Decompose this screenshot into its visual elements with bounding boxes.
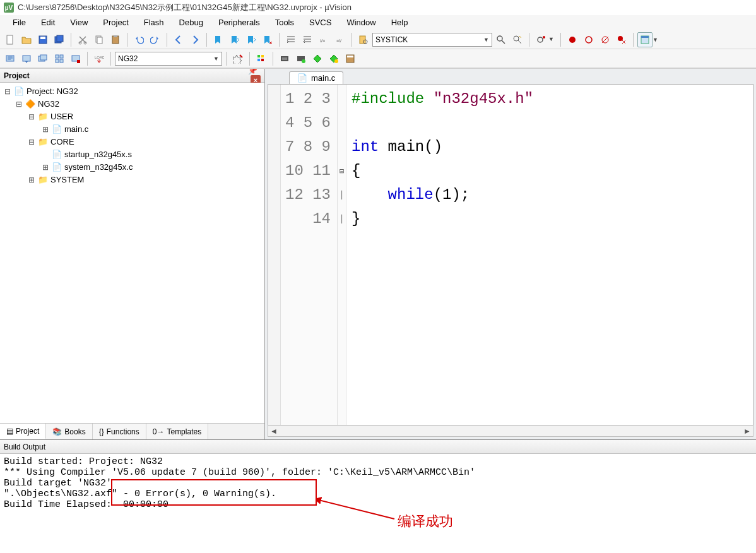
bookmark-next-button[interactable] <box>244 32 259 47</box>
dropdown-icon[interactable]: ▼ <box>653 37 658 43</box>
fold-column[interactable]: ⊟ │ │ <box>338 85 346 425</box>
menu-bar: File Edit View Project Flash Debug Perip… <box>0 15 756 30</box>
code-content[interactable]: #include "n32g45x.h" int main() { while(… <box>346 85 753 425</box>
find-in-files-button[interactable] <box>356 32 371 47</box>
editor-tab-mainc[interactable]: 📄 main.c <box>289 71 343 84</box>
window-layout-button[interactable] <box>637 32 653 47</box>
nav-back-button[interactable] <box>171 32 186 47</box>
tree-root[interactable]: ⊟ 📄 Project: NG32 <box>1 85 264 98</box>
tree-target[interactable]: ⊟ 🔶 NG32 <box>1 98 264 110</box>
collapse-icon[interactable]: ⊟ <box>28 136 35 148</box>
expand-icon[interactable]: ⊞ <box>28 174 35 186</box>
tree-group-user[interactable]: ⊟ 📁 USER <box>1 110 264 123</box>
tree-file[interactable]: ⊞ 📄 main.c <box>1 123 264 136</box>
translate-button[interactable] <box>3 51 18 66</box>
paste-button[interactable] <box>108 32 123 47</box>
find-button[interactable] <box>493 32 509 47</box>
open-file-button[interactable] <box>19 32 34 47</box>
editor-horizontal-scrollbar[interactable]: ◄ ► <box>268 425 753 437</box>
breakpoint-disable-button[interactable] <box>598 32 613 47</box>
outdent-button[interactable] <box>300 32 315 47</box>
scroll-right-icon[interactable]: ► <box>741 427 753 436</box>
menu-flash[interactable]: Flash <box>136 16 172 29</box>
collapse-icon[interactable]: ⊟ <box>4 85 11 98</box>
code-editor[interactable]: 1 2 3 4 5 6 7 8 9 10 11 12 13 14 ⊟ │ │ #… <box>268 84 753 425</box>
manage-rte-button[interactable] <box>254 51 269 66</box>
pack-installer-button[interactable] <box>293 51 309 66</box>
menu-debug[interactable]: Debug <box>172 16 211 29</box>
find-combo[interactable]: SYSTICK ▼ <box>372 33 492 47</box>
menu-peripherals[interactable]: Peripherals <box>211 16 268 29</box>
target-select[interactable]: NG32 ▼ <box>115 52 222 66</box>
annotation-text: 编译成功 <box>398 512 453 531</box>
redo-button[interactable] <box>148 32 163 47</box>
breakpoint-kill-button[interactable] <box>614 32 629 47</box>
comment-button[interactable]: //≡ <box>316 32 331 47</box>
save-button[interactable] <box>35 32 50 47</box>
manage-components-button[interactable] <box>310 51 325 66</box>
menu-file[interactable]: File <box>5 16 33 29</box>
tree-group-system[interactable]: ⊞ 📁 SYSTEM <box>1 174 264 186</box>
debug-start-button[interactable] <box>533 32 548 47</box>
indent-button[interactable] <box>283 32 298 47</box>
svg-rect-32 <box>23 56 30 61</box>
new-file-button[interactable] <box>3 32 18 47</box>
bookmark-clear-button[interactable] <box>260 32 275 47</box>
bookmark-prev-button[interactable] <box>227 32 242 47</box>
expand-icon[interactable]: ⊞ <box>42 123 49 136</box>
separator <box>206 33 207 47</box>
nav-forward-button[interactable] <box>187 32 203 47</box>
tab-books[interactable]: 📚 Books <box>46 424 92 439</box>
scroll-left-icon[interactable]: ◄ <box>268 427 280 436</box>
build-output-text[interactable]: Build started: Project: NG32 *** Using C… <box>0 454 756 553</box>
dropdown-icon[interactable]: ▼ <box>548 36 554 42</box>
build-output-title: Build Output <box>4 443 45 451</box>
build-button[interactable] <box>19 51 34 66</box>
project-icon: ▤ <box>6 427 13 436</box>
cut-button[interactable] <box>75 32 90 47</box>
editor-tab-label: main.c <box>311 73 335 83</box>
tree-file[interactable]: ⊞ 📄 system_n32g45x.c <box>1 161 264 174</box>
tree-group-core[interactable]: ⊟ 📁 CORE <box>1 136 264 148</box>
undo-button[interactable] <box>131 32 146 47</box>
configure-button[interactable] <box>326 51 341 66</box>
separator <box>351 33 352 47</box>
stop-build-button[interactable] <box>68 51 83 66</box>
tab-project[interactable]: ▤ Project <box>0 424 46 439</box>
menu-window[interactable]: Window <box>339 16 383 29</box>
editor-margin <box>268 85 281 425</box>
menu-project[interactable]: Project <box>95 16 136 29</box>
breakpoint-enable-button[interactable] <box>581 32 596 47</box>
save-all-button[interactable] <box>52 32 67 47</box>
svg-rect-54 <box>347 56 353 57</box>
books-button[interactable] <box>343 51 358 66</box>
tab-functions[interactable]: {} Functions <box>93 424 146 439</box>
menu-tools[interactable]: Tools <box>268 16 302 29</box>
target-options-button[interactable] <box>230 51 245 66</box>
tab-templates[interactable]: 0→ Templates <box>146 424 208 439</box>
separator <box>633 33 634 47</box>
separator <box>560 33 561 47</box>
tree-file[interactable]: 📄 startup_n32g45x.s <box>1 148 264 161</box>
expand-icon[interactable]: ⊞ <box>42 161 49 174</box>
incremental-find-button[interactable] <box>510 32 525 47</box>
collapse-icon[interactable]: ⊟ <box>28 110 35 123</box>
project-tree[interactable]: ⊟ 📄 Project: NG32 ⊟ 🔶 NG32 ⊟ 📁 USER ⊞ 📄 … <box>0 83 264 423</box>
bookmark-toggle-button[interactable] <box>211 32 226 47</box>
menu-svcs[interactable]: SVCS <box>302 16 339 29</box>
rebuild-button[interactable] <box>35 51 50 66</box>
copy-button[interactable] <box>92 32 107 47</box>
select-packs-button[interactable] <box>277 51 292 66</box>
breakpoint-insert-button[interactable] <box>565 32 580 47</box>
menu-help[interactable]: Help <box>384 16 416 29</box>
menu-view[interactable]: View <box>62 16 95 29</box>
svg-text://≡: //≡ <box>320 39 325 43</box>
menu-edit[interactable]: Edit <box>33 16 62 29</box>
tree-file-label: startup_n32g45x.s <box>64 148 132 161</box>
pin-icon[interactable]: 📌 <box>248 68 257 75</box>
download-button[interactable]: LOAD <box>92 51 107 66</box>
collapse-icon[interactable]: ⊟ <box>15 98 23 110</box>
uncomment-button[interactable]: ≡// <box>333 32 348 47</box>
separator <box>110 52 111 66</box>
batch-build-button[interactable] <box>52 51 67 66</box>
